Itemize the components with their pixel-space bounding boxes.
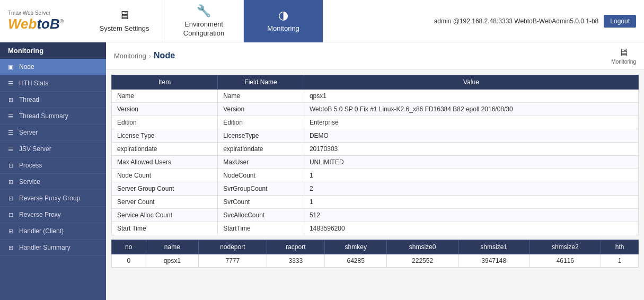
breadcrumb-current: Node	[154, 51, 175, 60]
cell-field: MaxUser	[218, 156, 304, 169]
main-content: Monitoring › Node 🖥 Monitoring Item Fiel…	[106, 42, 644, 300]
sidebar-label-hth-stats: HTH Stats	[19, 80, 48, 87]
sidebar-item-thread-summary[interactable]: ☰ Thread Summary	[0, 108, 106, 125]
sidebar-item-server[interactable]: ☰ Server	[0, 125, 106, 141]
cell-value: UNLIMITED	[304, 156, 638, 169]
server-icon: ☰	[6, 128, 15, 137]
reverse-proxy-icon: ⊡	[6, 210, 15, 219]
cell-value: 1	[304, 196, 638, 209]
cell-value: 1	[304, 169, 638, 182]
cell-data: 7777	[199, 254, 267, 268]
cell-value: WebtоB 5.0 SP 0 Fix #1 Linux-K2.6_x86 FD…	[304, 103, 638, 116]
breadcrumb-arrow: ›	[149, 52, 151, 60]
sidebar-item-jsv-server[interactable]: ☰ JSV Server	[0, 141, 106, 157]
tables-container: Item Field Name Value Name Name qpsx1 Ve…	[106, 69, 644, 300]
col-header: racport	[267, 240, 325, 254]
table-row: License Type LicenseType DEMO	[112, 129, 639, 143]
logout-button[interactable]: Logout	[604, 15, 636, 28]
cell-data: 1	[601, 254, 639, 268]
cell-item: Name	[112, 90, 218, 103]
sidebar-label-process: Process	[19, 162, 42, 169]
cell-value: 2	[304, 182, 638, 196]
cell-item: License Type	[112, 129, 218, 143]
col-header: shmsize0	[387, 240, 458, 254]
cell-item: Version	[112, 103, 218, 116]
sidebar: Monitoring ▣ Node ☰ HTH Stats ⊞ Thread ☰…	[0, 42, 106, 300]
tab-environment-configuration[interactable]: 🔧 EnvironmentConfiguration	[164, 0, 244, 42]
sidebar-label-reverse-proxy-group: Reverse Proxy Group	[19, 195, 80, 202]
cell-value: DEMO	[304, 129, 638, 143]
cell-field: Name	[218, 90, 304, 103]
table-row: Node Count NodeCount 1	[112, 169, 639, 182]
table-row: Server Count SvrCount 1	[112, 196, 639, 209]
sidebar-item-handler-client[interactable]: ⊞ Handler (Client)	[0, 223, 106, 240]
col-header: name	[146, 240, 199, 254]
sidebar-item-service[interactable]: ⊞ Service	[0, 174, 106, 190]
tab-system-settings[interactable]: 🖥 System Settings	[85, 0, 164, 42]
table-row: Server Group Count SvrGroupCount 2	[112, 182, 639, 196]
sidebar-item-handler-summary[interactable]: ⊞ Handler Summary	[0, 240, 106, 256]
system-settings-icon: 🖥	[119, 8, 130, 22]
sidebar-label-reverse-proxy: Reverse Proxy	[19, 211, 61, 218]
sidebar-label-server: Server	[19, 129, 38, 136]
tab-system-settings-label: System Settings	[100, 24, 149, 33]
col-header: shmsize2	[530, 240, 601, 254]
monitoring-icon: ◑	[278, 8, 288, 22]
environment-icon: 🔧	[197, 4, 211, 18]
cell-field: SvrGroupCount	[218, 182, 304, 196]
sidebar-item-hth-stats[interactable]: ☰ HTH Stats	[0, 75, 106, 92]
cell-value: qpsx1	[304, 90, 638, 103]
table-row: Max Allowed Users MaxUser UNLIMITED	[112, 156, 639, 169]
sidebar-label-node: Node	[19, 63, 34, 70]
cell-field: StartTime	[218, 222, 304, 235]
cell-item: Start Time	[112, 222, 218, 235]
cell-data: 46116	[530, 254, 601, 268]
sidebar-item-reverse-proxy[interactable]: ⊡ Reverse Proxy	[0, 207, 106, 223]
cell-item: expirationdate	[112, 143, 218, 156]
cell-field: LicenseType	[218, 129, 304, 143]
sidebar-item-node[interactable]: ▣ Node	[0, 59, 106, 75]
table-row: Version Version WebtоB 5.0 SP 0 Fix #1 L…	[112, 103, 639, 116]
cell-field: Version	[218, 103, 304, 116]
monitoring-shortcut-icon: 🖥	[619, 47, 629, 59]
breadcrumb-parent: Monitoring	[114, 52, 146, 60]
cell-field: NodeCount	[218, 169, 304, 182]
cell-data: 222552	[387, 254, 458, 268]
node-icon: ▣	[6, 63, 15, 71]
sidebar-label-handler-summary: Handler Summary	[19, 244, 70, 251]
handler-client-icon: ⊞	[6, 227, 15, 235]
sidebar-item-thread[interactable]: ⊞ Thread	[0, 92, 106, 108]
monitoring-shortcut[interactable]: 🖥 Monitoring	[611, 47, 636, 65]
cell-field: expirationdate	[218, 143, 304, 156]
thread-icon: ⊞	[6, 95, 15, 104]
sidebar-item-reverse-proxy-group[interactable]: ⊡ Reverse Proxy Group	[0, 190, 106, 207]
cell-data: 0	[112, 254, 146, 268]
breadcrumb-bar: Monitoring › Node 🖥 Monitoring	[106, 42, 644, 69]
breadcrumb: Monitoring › Node	[114, 51, 175, 60]
cell-item: Server Count	[112, 196, 218, 209]
nav-tabs: 🖥 System Settings 🔧 EnvironmentConfigura…	[85, 0, 323, 42]
tab-monitoring[interactable]: ◑ Monitoring	[244, 0, 323, 42]
tab-monitoring-label: Monitoring	[267, 24, 299, 33]
process-icon: ⊡	[6, 161, 15, 170]
data-table: nonamenodeportracportshmkeyshmsize0shmsi…	[111, 240, 639, 268]
cell-item: Edition	[112, 116, 218, 129]
col-header: shmkey	[325, 240, 387, 254]
sidebar-title: Monitoring	[0, 42, 106, 59]
monitoring-shortcut-label: Monitoring	[611, 59, 636, 65]
logo-webtob-text: WebtoB®	[8, 16, 77, 32]
sidebar-item-process[interactable]: ⊡ Process	[0, 157, 106, 174]
cell-item: Service Alloc Count	[112, 209, 218, 222]
table-row: Name Name qpsx1	[112, 90, 639, 103]
sidebar-label-service: Service	[19, 178, 40, 186]
cell-value: 512	[304, 209, 638, 222]
table-row: 0qpsx177773333642852225523947148461161	[112, 254, 639, 268]
col-header: hth	[601, 240, 639, 254]
cell-data: 3947148	[458, 254, 530, 268]
cell-item: Server Group Count	[112, 182, 218, 196]
handler-summary-icon: ⊞	[6, 243, 15, 252]
cell-value: Enterprise	[304, 116, 638, 129]
cell-field: SvcAllocCount	[218, 209, 304, 222]
cell-field: SvrCount	[218, 196, 304, 209]
col-fieldname: Field Name	[218, 75, 304, 90]
